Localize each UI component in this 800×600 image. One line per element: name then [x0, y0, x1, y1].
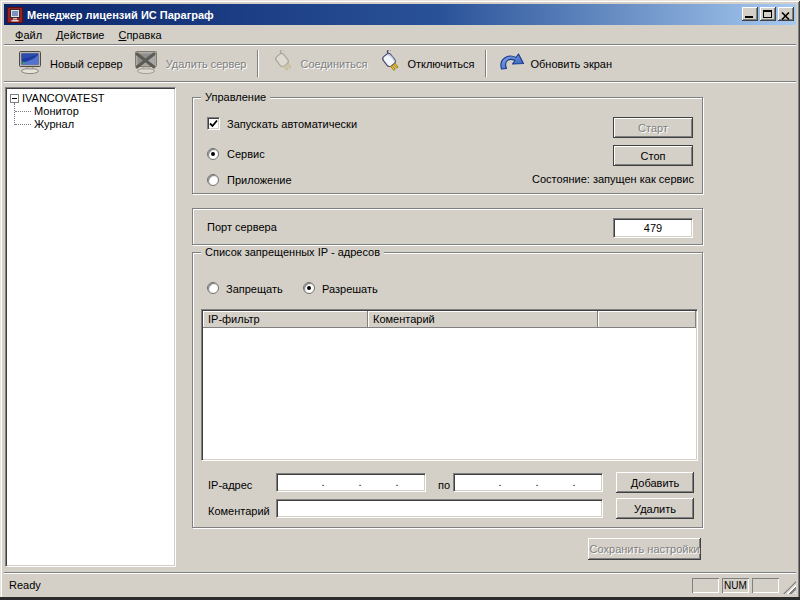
comment-input[interactable] — [276, 499, 603, 518]
window-controls — [740, 7, 794, 21]
toolbar-connect-label: Соединиться — [300, 58, 367, 70]
menu-bar: Файл Действие Справка — [4, 26, 796, 44]
refresh-arrow-icon — [498, 52, 525, 75]
service-radio-label[interactable]: Сервис — [227, 148, 265, 160]
column-header-ip-filter[interactable]: IP-фильтр — [203, 311, 368, 328]
ip-filter-list[interactable]: IP-фильтр Коментарий — [201, 309, 698, 461]
ip-to-input[interactable]: . . . — [453, 473, 603, 492]
ip-address-label: IP-адрес — [208, 479, 252, 491]
ip-dot: . — [358, 476, 361, 489]
status-panel-scrl — [752, 578, 779, 593]
management-group: Управление Запускать автоматически Серви… — [192, 97, 703, 194]
column-header-empty[interactable] — [598, 311, 696, 328]
toolbar-new-server-label: Новый сервер — [50, 58, 123, 70]
window-title: Менеджер лицензий ИС Параграф — [27, 9, 214, 21]
autostart-label[interactable]: Запускать автоматически — [227, 118, 357, 130]
management-group-title: Управление — [201, 91, 270, 103]
resize-grip[interactable] — [783, 581, 796, 594]
server-tree: IVANCOVATEST Монитор Журнал — [5, 87, 176, 567]
application-window: Менеджер лицензий ИС Параграф Файл Дейст… — [0, 0, 800, 600]
check-icon — [208, 118, 219, 129]
toolbar-disconnect-label: Отключиться — [407, 58, 474, 70]
num-lock-indicator: NUM — [724, 580, 747, 591]
tree-item-server[interactable]: IVANCOVATEST — [22, 92, 105, 104]
tree-connector-line — [15, 124, 31, 125]
ip-to-label: по — [438, 479, 450, 491]
port-input[interactable]: 479 — [613, 218, 693, 238]
autostart-checkbox[interactable] — [207, 117, 220, 130]
toolbar-delete-server-button[interactable]: Удалить сервер — [128, 49, 252, 78]
save-settings-button[interactable]: Сохранить настройки — [588, 538, 701, 560]
tree-item-monitor[interactable]: Монитор — [34, 105, 79, 117]
application-radio[interactable] — [207, 174, 219, 186]
ip-dot: . — [498, 476, 501, 489]
status-bar: Ready NUM — [4, 575, 796, 596]
service-radio[interactable] — [207, 148, 219, 160]
ip-filter-list-header: IP-фильтр Коментарий — [203, 311, 696, 328]
maximize-button[interactable] — [760, 7, 776, 21]
menu-help[interactable]: Справка — [111, 27, 168, 43]
minimize-button[interactable] — [742, 7, 758, 21]
ip-dot: . — [395, 476, 398, 489]
allow-radio-label[interactable]: Разрешать — [322, 283, 378, 295]
port-label: Порт сервера — [207, 221, 277, 233]
toolbar-separator — [485, 50, 487, 77]
toolbar-separator — [257, 50, 259, 77]
ip-dot: . — [535, 476, 538, 489]
connect-plug-icon — [270, 50, 295, 77]
menu-file[interactable]: Файл — [8, 27, 49, 43]
deny-radio[interactable] — [207, 282, 219, 294]
toolbar-disconnect-button[interactable]: Отключиться — [372, 48, 479, 79]
status-panel-num: NUM — [722, 578, 749, 593]
add-button[interactable]: Добавить — [616, 472, 694, 493]
minimize-icon — [745, 16, 753, 18]
ip-dot: . — [572, 476, 575, 489]
deny-radio-label[interactable]: Запрещать — [226, 283, 283, 295]
disconnect-plug-icon — [377, 50, 402, 77]
app-icon — [7, 7, 23, 23]
delete-server-monitor-x-icon — [133, 51, 161, 76]
application-radio-label[interactable]: Приложение — [227, 174, 292, 186]
status-ready-text: Ready — [9, 579, 41, 591]
close-icon — [781, 10, 790, 22]
close-button[interactable] — [778, 7, 794, 21]
delete-button[interactable]: Удалить — [616, 498, 694, 519]
ip-list-group: Список запрещенных IP - адресов Запрещат… — [192, 252, 703, 528]
ip-list-group-title: Список запрещенных IP - адресов — [201, 246, 384, 258]
toolbar-refresh-button[interactable]: Обновить экран — [493, 50, 617, 77]
toolbar: Новый сервер Удалить сервер — [4, 46, 796, 81]
start-button[interactable]: Старт — [613, 117, 693, 138]
tree-connector-line — [14, 103, 15, 125]
stop-button[interactable]: Стоп — [613, 145, 693, 166]
toolbar-connect-button[interactable]: Соединиться — [265, 48, 372, 79]
allow-radio[interactable] — [303, 282, 315, 294]
ip-dot: . — [321, 476, 324, 489]
toolbar-delete-server-label: Удалить сервер — [166, 58, 247, 70]
title-bar[interactable]: Менеджер лицензий ИС Параграф — [4, 4, 796, 25]
maximize-icon — [763, 10, 772, 18]
statusbar-divider — [4, 572, 796, 574]
comment-label: Коментарий — [208, 505, 270, 517]
tree-collapse-icon[interactable] — [10, 94, 19, 103]
ip-filter-list-body[interactable] — [203, 328, 696, 459]
port-group: Порт сервера 479 — [192, 208, 703, 245]
toolbar-bottom-divider — [4, 81, 796, 83]
tree-item-journal[interactable]: Журнал — [34, 118, 74, 130]
menu-action[interactable]: Действие — [49, 27, 111, 43]
ip-from-input[interactable]: . . . — [276, 473, 426, 492]
tree-root-row: IVANCOVATEST — [10, 92, 105, 104]
column-header-comment[interactable]: Коментарий — [368, 311, 598, 328]
toolbar-new-server-button[interactable]: Новый сервер — [12, 49, 128, 78]
new-server-monitor-icon — [17, 51, 45, 76]
service-state-label: Состояние: запущен как сервис — [532, 173, 694, 185]
status-panel-cap — [692, 578, 719, 593]
tree-connector-line — [15, 111, 31, 112]
toolbar-refresh-label: Обновить экран — [530, 58, 612, 70]
